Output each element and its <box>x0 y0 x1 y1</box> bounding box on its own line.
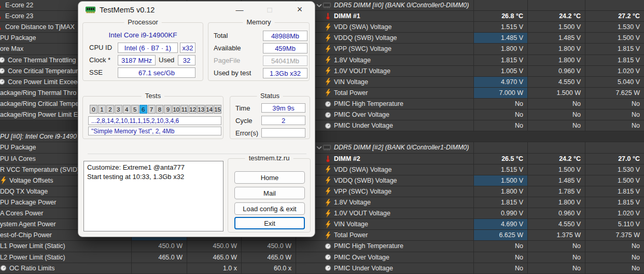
sse-speed-field[interactable]: 67.1 sec/Gb <box>118 67 195 78</box>
test-sequence-field[interactable]: ...2,8,14,2,10,11,1,15,2,10,3,4,6 <box>88 116 221 125</box>
test-number-11[interactable]: 11 <box>180 105 188 114</box>
window-titlebar[interactable]: TestMem5 v0.12 — □ × <box>78 2 315 18</box>
current-test-field[interactable]: "Simple Memory Test", 2, 4Mb <box>88 127 221 135</box>
sensor-label-cell: 1.8V Voltage <box>315 197 473 208</box>
sensor-row[interactable]: Total Power6.625 W1.375 W7.375 W <box>315 230 644 241</box>
sensor-row[interactable]: PMIC Under VoltageNoNoNo <box>315 263 644 274</box>
lightning-icon <box>325 166 331 173</box>
sensor-value-cell: No <box>473 109 527 120</box>
sensor-row[interactable]: VDD (SWA) Voltage1.515 V1.500 V1.530 V <box>315 22 644 33</box>
test-number-row: 0123456789101112131415 <box>90 105 221 114</box>
cycle-label: Cycle <box>235 117 253 125</box>
sensor-row[interactable]: VDD (SWA) Voltage1.515 V1.500 V1.530 V <box>315 165 644 175</box>
sensor-label: DIMM #2 <box>334 155 360 162</box>
sensor-value-cell: No <box>527 109 585 120</box>
sensor-row[interactable]: 1.8V Voltage1.815 V1.800 V1.815 V <box>315 197 644 208</box>
sensor-label-cell: VDDQ (SWB) Voltage <box>315 175 473 186</box>
sensor-label-cell: VPP (SWC) Voltage <box>315 186 473 197</box>
sensor-value-cell: 0.960 V <box>527 208 585 218</box>
sensor-row[interactable]: Total Power7.000 W1.500 W7.625 W <box>315 88 644 99</box>
test-number-1[interactable]: 1 <box>98 105 106 114</box>
sensor-value-cell: 1.485 V <box>527 175 585 186</box>
thermometer-icon <box>0 12 3 20</box>
sensor-row[interactable]: DIMM #126.8 °C24.2 °C27.2 °C <box>315 11 644 22</box>
cpu-id-field[interactable]: Intel (6 · B7 · 1) <box>118 43 178 53</box>
memory-pagefile-field: 54041Mb <box>263 56 307 66</box>
sensor-row[interactable]: 1.8V Voltage1.815 V1.800 V1.815 V <box>315 55 644 66</box>
sensor-value-cell: 1.815 V <box>473 55 527 65</box>
sensor-row[interactable]: VDDQ (SWB) Voltage1.500 V1.485 V1.500 V <box>315 175 644 186</box>
chevron-down-icon[interactable] <box>316 145 322 150</box>
test-number-0[interactable]: 0 <box>90 105 97 114</box>
sensor-row[interactable]: L2 Power Limit (Static)465.0 W465.0 W465… <box>0 252 321 263</box>
sensor-row[interactable]: VPP (SWC) Voltage1.800 V1.785 V1.815 V <box>315 186 644 197</box>
mail-button[interactable]: Mail <box>234 187 305 199</box>
sensor-value-cell: 4.550 V <box>527 219 585 229</box>
sensor-row[interactable]: PMIC Over VoltageNoNoNo <box>315 252 644 263</box>
sensor-row[interactable]: DIMM #226.5 °C24.2 °C27.0 °C <box>315 154 644 165</box>
sensor-row[interactable]: OC Ratio Limits1.0 x60.0 x <box>0 263 321 274</box>
sensor-label: PMIC Under Voltage <box>334 122 393 129</box>
memory-available-field[interactable]: 459Mb <box>263 43 307 53</box>
test-number-5[interactable]: 5 <box>131 105 139 114</box>
used-threads-field[interactable]: 32 <box>178 55 195 65</box>
sensor-label: DDR5 DIMM [#0] (BANK 0/Controller0-DIMM0… <box>334 2 469 9</box>
sensor-value-cell: 450.0 W <box>187 241 241 251</box>
test-number-4[interactable]: 4 <box>123 105 131 114</box>
test-number-7[interactable]: 7 <box>148 105 156 114</box>
test-number-6[interactable]: 6 <box>139 105 147 114</box>
cpu-threads-field[interactable]: x32 <box>180 43 195 53</box>
clock-field[interactable]: 3187 MHz <box>118 55 156 65</box>
test-number-3[interactable]: 3 <box>115 105 122 114</box>
sensor-row[interactable]: L1 Power Limit (Static)450.0 W450.0 W450… <box>0 241 321 252</box>
test-number-14[interactable]: 14 <box>205 105 213 114</box>
memory-total-field[interactable]: 48988Mb <box>263 31 307 41</box>
sensor-row[interactable]: 1.0V VOUT Voltage0.990 V0.960 V1.020 V <box>315 208 644 219</box>
sensor-label: PU IA Cores <box>0 155 36 162</box>
test-number-2[interactable]: 2 <box>106 105 114 114</box>
sensor-row[interactable]: PMIC High TemperatureNoNoNo <box>315 99 644 109</box>
sensor-value-cell: 1.0 x <box>187 263 241 273</box>
sensor-row[interactable]: PMIC Over VoltageNoNoNo <box>315 109 644 120</box>
exit-button[interactable]: Exit <box>234 217 305 229</box>
sensor-label-cell: Total Power <box>315 88 473 98</box>
chevron-down-icon[interactable] <box>316 3 322 8</box>
test-number-13[interactable]: 13 <box>197 105 205 114</box>
lightning-icon <box>0 176 7 184</box>
test-number-15[interactable]: 15 <box>214 105 221 114</box>
test-number-9[interactable]: 9 <box>164 105 172 114</box>
lightning-icon <box>325 23 331 31</box>
sensor-value-cell: 1.485 V <box>473 33 527 43</box>
sensor-label-cell: DIMM #1 <box>315 11 473 21</box>
sensor-value-cell: 1.020 V <box>585 208 644 218</box>
sensor-label-cell: 1.8V Voltage <box>315 55 473 65</box>
sensor-row[interactable]: VDDQ (SWB) Voltage1.485 V1.485 V1.500 V <box>315 33 644 44</box>
load-config-exit-button[interactable]: Load config & exit <box>234 202 305 215</box>
sensor-row[interactable]: VIN Voltage4.970 V4.550 V5.040 V <box>315 77 644 88</box>
sensor-row[interactable]: VPP (SWC) Voltage1.800 V1.800 V1.815 V <box>315 44 644 54</box>
sensor-value-cell: No <box>473 263 527 273</box>
sensor-value-cell: No <box>527 263 585 273</box>
sensor-row[interactable]: PMIC High TemperatureNoNoNo <box>315 241 644 252</box>
home-button[interactable]: Home <box>234 171 305 184</box>
sensor-value-cell: No <box>585 109 644 120</box>
memory-usedbytest-field[interactable]: 1.3Gb x32 <box>263 68 307 78</box>
sensor-label-cell: PMIC Under Voltage <box>315 120 473 131</box>
sensor-row[interactable]: PMIC Under VoltageNoNoNo <box>315 120 644 131</box>
sensor-row[interactable]: VIN Voltage4.690 V4.550 V5.110 V <box>315 219 644 230</box>
thermometer-icon <box>325 12 331 20</box>
sensor-label-cell: VIN Voltage <box>315 77 473 87</box>
close-button[interactable]: × <box>292 2 307 17</box>
minimize-button[interactable]: — <box>232 2 247 17</box>
sensor-group-header-row[interactable]: DDR5 DIMM [#0] (BANK 0/Controller0-DIMM0… <box>315 0 644 11</box>
sensor-row[interactable]: 1.0V VOUT Voltage1.005 V0.960 V1.020 V <box>315 66 644 77</box>
test-number-12[interactable]: 12 <box>189 105 197 114</box>
test-number-8[interactable]: 8 <box>156 105 164 114</box>
log-textarea[interactable]: Customize: Extreme1 @anta777 Start testi… <box>83 161 223 231</box>
lightning-icon <box>325 221 331 228</box>
sensor-value-cell: 0.960 V <box>527 66 585 76</box>
sensor-group-header-row[interactable]: DDR5 DIMM [#2] (BANK 0/Controller1-DIMM0… <box>315 142 644 153</box>
test-number-10[interactable]: 10 <box>172 105 180 114</box>
sensor-value-cell: No <box>585 99 644 109</box>
sensor-label: VDDQ (SWB) Voltage <box>334 34 397 42</box>
